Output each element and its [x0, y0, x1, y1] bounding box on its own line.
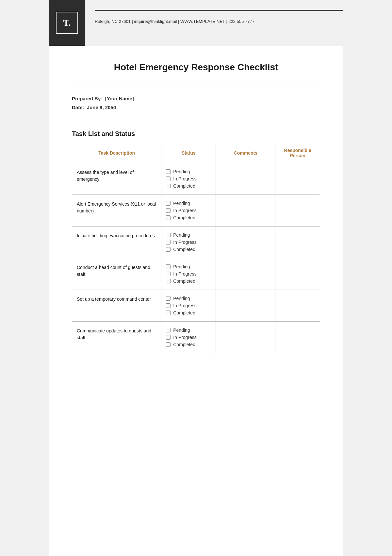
checkbox-icon[interactable] [166, 247, 171, 252]
header-right: Raleigh, NC 27601 | inquire@thinklight.m… [85, 0, 343, 46]
status-option[interactable]: Completed [166, 342, 211, 347]
task-desc-cell: Assess the type and level of emergency [72, 163, 161, 195]
divider-top [72, 86, 320, 86]
checkbox-icon[interactable] [166, 296, 171, 301]
page: T. Raleigh, NC 27601 | inquire@thinkligh… [49, 0, 343, 556]
status-option[interactable]: Pending [166, 169, 211, 174]
document-title: Hotel Emergency Response Checklist [72, 62, 320, 73]
checkbox-icon[interactable] [166, 303, 171, 308]
logo-block: T. [49, 0, 85, 46]
status-label: Completed [173, 342, 195, 347]
checkbox-icon[interactable] [166, 215, 171, 220]
checkbox-icon[interactable] [166, 233, 171, 237]
status-label: Completed [173, 247, 195, 252]
col-header-task: Task Description [72, 143, 161, 163]
checkbox-icon[interactable] [166, 201, 171, 206]
checkbox-icon[interactable] [166, 328, 171, 332]
task-desc-cell: Conduct a head count of guests and staff [72, 258, 161, 290]
checkbox-icon[interactable] [166, 279, 171, 283]
status-label: In Progress [173, 335, 197, 340]
prepared-by-value: [Your Name] [105, 96, 134, 101]
status-cell: PendingIn ProgressCompleted [161, 258, 216, 290]
comments-cell [216, 322, 275, 353]
checkbox-icon[interactable] [166, 264, 171, 269]
comments-cell [216, 290, 275, 322]
header-line [95, 10, 343, 11]
comments-cell [216, 195, 275, 227]
status-option[interactable]: Completed [166, 215, 211, 220]
person-cell [275, 290, 320, 322]
checkbox-icon[interactable] [166, 240, 171, 244]
task-description: Set up a temporary command center [77, 296, 151, 302]
table-row: Conduct a head count of guests and staff… [72, 258, 320, 290]
checkbox-icon[interactable] [166, 335, 171, 340]
status-option[interactable]: Pending [166, 264, 211, 269]
status-label: Pending [173, 296, 190, 301]
checkbox-icon[interactable] [166, 272, 171, 276]
status-option[interactable]: In Progress [166, 335, 211, 340]
main-content: Hotel Emergency Response Checklist Prepa… [49, 46, 343, 373]
status-option[interactable]: Pending [166, 328, 211, 333]
status-label: Completed [173, 310, 195, 315]
checkbox-icon[interactable] [166, 169, 171, 174]
status-option[interactable]: Completed [166, 183, 211, 189]
checkbox-icon[interactable] [166, 311, 171, 315]
status-cell: PendingIn ProgressCompleted [161, 322, 216, 353]
checkbox-icon[interactable] [166, 208, 171, 213]
person-cell [275, 195, 320, 227]
checkbox-icon[interactable] [166, 177, 171, 181]
person-cell [275, 227, 320, 258]
checkbox-icon[interactable] [166, 342, 171, 347]
checklist-table: Task Description Status Comments Respons… [72, 143, 320, 353]
status-label: Pending [173, 169, 190, 174]
person-cell [275, 163, 320, 195]
status-label: Completed [173, 278, 195, 284]
status-cell: PendingIn ProgressCompleted [161, 290, 216, 322]
table-row: Alert Emergency Services (911 or local n… [72, 195, 320, 227]
task-desc-cell: Communicate updates to guests and staff [72, 322, 161, 353]
comments-cell [216, 258, 275, 290]
comments-cell [216, 227, 275, 258]
status-cell: PendingIn ProgressCompleted [161, 195, 216, 227]
status-label: In Progress [173, 303, 197, 308]
status-label: In Progress [173, 176, 197, 181]
status-label: Pending [173, 201, 190, 206]
status-option[interactable]: Pending [166, 232, 211, 238]
status-label: Completed [173, 183, 195, 189]
section-title: Task List and Status [72, 130, 320, 138]
person-cell [275, 258, 320, 290]
task-description: Assess the type and level of emergency [77, 170, 134, 182]
checkbox-icon[interactable] [166, 184, 171, 188]
status-option[interactable]: Completed [166, 278, 211, 284]
table-row: Set up a temporary command centerPending… [72, 290, 320, 322]
logo-text: T. [63, 18, 71, 28]
status-option[interactable]: Completed [166, 247, 211, 252]
col-header-comments: Comments [216, 143, 275, 163]
table-row: Communicate updates to guests and staffP… [72, 322, 320, 353]
task-desc-cell: Initiate building evacuation procedures [72, 227, 161, 258]
table-row: Initiate building evacuation proceduresP… [72, 227, 320, 258]
task-description: Initiate building evacuation procedures [77, 233, 155, 238]
status-option[interactable]: In Progress [166, 176, 211, 181]
status-option[interactable]: In Progress [166, 271, 211, 277]
header: T. Raleigh, NC 27601 | inquire@thinkligh… [49, 0, 343, 46]
status-option[interactable]: In Progress [166, 208, 211, 213]
status-option[interactable]: Pending [166, 296, 211, 301]
status-label: Pending [173, 328, 190, 333]
person-cell [275, 322, 320, 353]
date-row: Date: June 9, 2050 [72, 105, 320, 110]
status-label: In Progress [173, 271, 197, 277]
status-label: Pending [173, 232, 190, 238]
status-cell: PendingIn ProgressCompleted [161, 163, 216, 195]
divider-bottom [72, 120, 320, 120]
status-cell: PendingIn ProgressCompleted [161, 227, 216, 258]
table-header-row: Task Description Status Comments Respons… [72, 143, 320, 163]
logo-inner: T. [56, 12, 78, 34]
status-option[interactable]: Completed [166, 310, 211, 315]
status-option[interactable]: In Progress [166, 240, 211, 245]
task-description: Conduct a head count of guests and staff [77, 265, 150, 277]
status-option[interactable]: In Progress [166, 303, 211, 308]
date-value: June 9, 2050 [87, 105, 116, 110]
date-label: Date: [72, 105, 84, 110]
status-option[interactable]: Pending [166, 201, 211, 206]
